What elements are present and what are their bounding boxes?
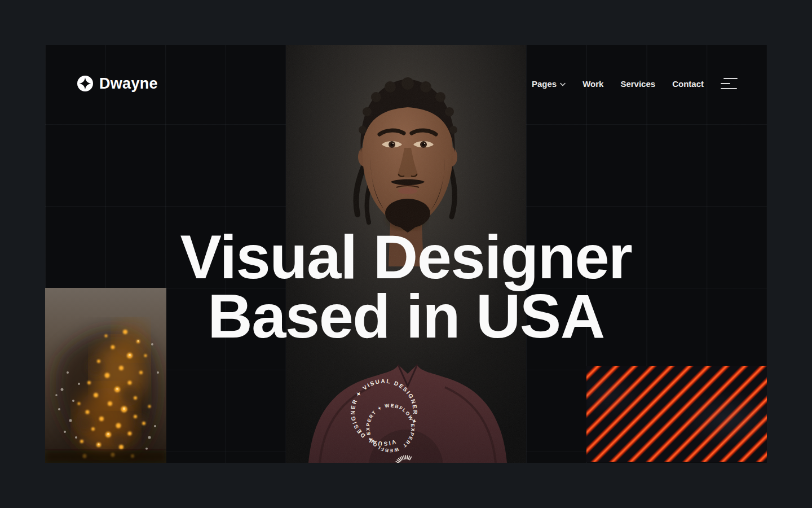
nav-label-services: Services bbox=[620, 79, 655, 89]
hamburger-icon[interactable] bbox=[721, 77, 738, 90]
four-point-star-icon bbox=[77, 76, 93, 91]
brand-name: Dwayne bbox=[99, 75, 158, 93]
nav-item-services[interactable]: Services bbox=[620, 79, 655, 89]
site-header: Dwayne Pages Work Services Contact bbox=[77, 68, 738, 99]
portrait-image: VISUAL DESIGNER ✦ VISUAL DESIGNER ✦ WEBF… bbox=[286, 45, 526, 463]
nav-item-contact[interactable]: Contact bbox=[672, 79, 704, 89]
chevron-down-icon bbox=[560, 82, 566, 86]
portrait-art: VISUAL DESIGNER ✦ VISUAL DESIGNER ✦ WEBF… bbox=[286, 45, 526, 463]
nav-label-contact: Contact bbox=[672, 79, 704, 89]
main-nav: Pages Work Services Contact bbox=[532, 77, 738, 90]
gold-particles-image bbox=[45, 288, 166, 463]
hero-section: VISUAL DESIGNER ✦ VISUAL DESIGNER ✦ WEBF… bbox=[45, 45, 767, 463]
nav-label-pages: Pages bbox=[532, 79, 557, 89]
nav-item-pages[interactable]: Pages bbox=[532, 79, 566, 89]
gold-particles-art bbox=[45, 288, 166, 463]
red-stripes-image bbox=[586, 366, 767, 462]
nav-item-work[interactable]: Work bbox=[582, 79, 603, 89]
brand-logo[interactable]: Dwayne bbox=[77, 75, 158, 93]
nav-label-work: Work bbox=[582, 79, 603, 89]
